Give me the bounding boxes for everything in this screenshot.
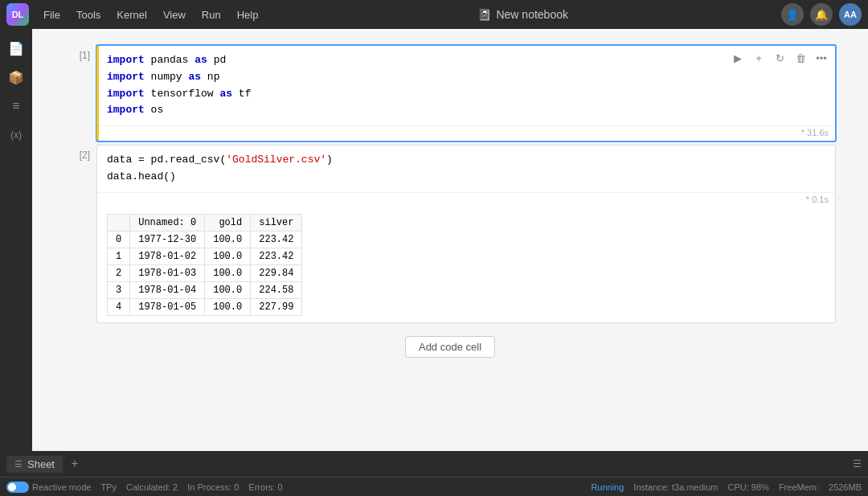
col-header-unnamed: Unnamed: 0: [130, 214, 205, 231]
cell-2-output: Unnamed: 0 gold silver 01977-12-30100.02…: [97, 207, 835, 322]
running-label: Running: [591, 482, 624, 492]
cell-1-number: [1]: [64, 45, 96, 141]
code-line-6: data.head(): [107, 169, 825, 186]
notebook-area: [1] ▶ + ↻ 🗑 ••• import pandas as pd impo…: [32, 29, 868, 451]
menubar-right: 👤 🔔 AA: [781, 3, 862, 26]
bottom-bar: ☰ Sheet + ☰: [0, 451, 868, 477]
menu-run[interactable]: Run: [195, 6, 227, 24]
notebook-title: 📓 New notebook: [268, 8, 778, 21]
avatar[interactable]: AA: [839, 3, 862, 26]
table-cell: 1978-01-03: [130, 264, 205, 281]
table-cell: 100.0: [205, 298, 251, 315]
col-header-index: [108, 214, 130, 231]
menu-file[interactable]: File: [37, 6, 67, 24]
hamburger-icon: ☰: [14, 459, 23, 469]
add-cell-row: Add code cell: [64, 336, 836, 358]
main-layout: 📄 📦 ≡ (x) [1] ▶ + ↻ 🗑 ••• import pandas …: [0, 29, 868, 451]
calculated-label: Calculated: 2: [126, 482, 178, 492]
notebook-icon: 📓: [477, 8, 491, 21]
table-cell: 3: [108, 281, 130, 298]
menu-kernel[interactable]: Kernel: [110, 6, 154, 24]
code-line-1: import pandas as pd: [107, 52, 755, 69]
language-label: TPy: [100, 482, 117, 492]
code-line-3: import tensorflow as tf: [107, 86, 755, 103]
sheet-tab[interactable]: ☰ Sheet: [6, 456, 63, 473]
sidebar-item-outline[interactable]: ≡: [3, 93, 29, 119]
table-cell: 224.58: [251, 281, 302, 298]
cell-2-code[interactable]: data = pd.read_csv('GoldSilver.csv') dat…: [97, 146, 835, 192]
sheet-menu-icon[interactable]: ☰: [853, 458, 862, 469]
table-cell: 1978-01-05: [130, 298, 205, 315]
table-cell: 100.0: [205, 231, 251, 248]
cell-1-exec-time: * 31.6s: [97, 125, 835, 141]
cell-1-bar: [96, 46, 99, 141]
menu-help[interactable]: Help: [231, 6, 265, 24]
mem-value-label: 2526MB: [829, 482, 862, 492]
cell-2-number: [2]: [64, 145, 96, 323]
reactive-mode-toggle[interactable]: Reactive mode: [6, 482, 91, 493]
table-cell: 100.0: [205, 264, 251, 281]
freemem-label: FreeMem:: [779, 482, 819, 492]
statusbar-right: Running Instance: t3a.medium CPU: 98% Fr…: [591, 482, 862, 492]
sheet-tab-label: Sheet: [27, 458, 55, 470]
menu-tools[interactable]: Tools: [70, 6, 107, 24]
table-row: 11978-01-02100.0223.42: [108, 248, 302, 264]
code-line-5: data = pd.read_csv('GoldSilver.csv'): [107, 152, 825, 169]
table-cell: 2: [108, 264, 130, 281]
table-cell: 229.84: [251, 264, 302, 281]
cell-1-toolbar: ▶ + ↻ 🗑 •••: [729, 49, 830, 67]
cell-2-content[interactable]: data = pd.read_csv('GoldSilver.csv') dat…: [96, 145, 836, 323]
table-row: 21978-01-03100.0229.84: [108, 264, 302, 281]
table-cell: 100.0: [205, 281, 251, 298]
statusbar: Reactive mode TPy Calculated: 2 In Proce…: [0, 477, 868, 496]
add-below-button-1[interactable]: +: [750, 49, 768, 67]
reactive-mode-label: Reactive mode: [32, 482, 91, 492]
table-cell: 4: [108, 298, 130, 315]
sidebar-item-packages[interactable]: 📦: [3, 64, 29, 90]
table-cell: 0: [108, 231, 130, 248]
cpu-label: CPU: 98%: [728, 482, 769, 492]
sidebar-item-variables[interactable]: (x): [3, 122, 29, 148]
mode-toggle-switch[interactable]: [6, 482, 29, 493]
user-icon[interactable]: 👤: [781, 3, 804, 26]
col-header-silver: silver: [251, 214, 302, 231]
table-cell: 1978-01-02: [130, 248, 205, 264]
table-cell: 223.42: [251, 248, 302, 264]
errors-label: Errors: 0: [248, 482, 282, 492]
table-cell: 100.0: [205, 248, 251, 264]
add-sheet-button[interactable]: +: [66, 455, 84, 473]
menubar: DL File Tools Kernel View Run Help 📓 New…: [0, 0, 868, 29]
refresh-button-1[interactable]: ↻: [771, 49, 788, 67]
app-logo: DL: [6, 3, 29, 26]
table-cell: 227.99: [251, 298, 302, 315]
more-button-1[interactable]: •••: [813, 49, 830, 67]
sidebar: 📄 📦 ≡ (x): [0, 29, 32, 451]
table-cell: 223.42: [251, 231, 302, 248]
table-row: 01977-12-30100.0223.42: [108, 231, 302, 248]
table-row: 31978-01-04100.0224.58: [108, 281, 302, 298]
cell-1: [1] ▶ + ↻ 🗑 ••• import pandas as pd impo…: [64, 45, 836, 141]
notification-icon[interactable]: 🔔: [810, 3, 833, 26]
in-process-label: In Process: 0: [187, 482, 239, 492]
instance-label: Instance: t3a.medium: [633, 482, 718, 492]
delete-button-1[interactable]: 🗑: [792, 49, 809, 67]
run-button-1[interactable]: ▶: [729, 49, 747, 67]
dataframe-table: Unnamed: 0 gold silver 01977-12-30100.02…: [107, 214, 302, 316]
add-code-cell-button[interactable]: Add code cell: [405, 336, 495, 358]
cell-2: [2] data = pd.read_csv('GoldSilver.csv')…: [64, 145, 836, 323]
menu-view[interactable]: View: [157, 6, 192, 24]
table-cell: 1977-12-30: [130, 231, 205, 248]
code-line-4: import os: [107, 102, 755, 119]
cell-2-exec-time: * 0.1s: [97, 192, 835, 207]
table-cell: 1: [108, 248, 130, 264]
cell-1-content[interactable]: ▶ + ↻ 🗑 ••• import pandas as pd import n…: [96, 45, 836, 141]
cell-1-code[interactable]: import pandas as pd import numpy as np i…: [97, 46, 835, 125]
table-cell: 1978-01-04: [130, 281, 205, 298]
table-row: 41978-01-05100.0227.99: [108, 298, 302, 315]
sidebar-item-files[interactable]: 📄: [3, 35, 29, 61]
col-header-gold: gold: [205, 214, 251, 231]
code-line-2: import numpy as np: [107, 69, 755, 86]
